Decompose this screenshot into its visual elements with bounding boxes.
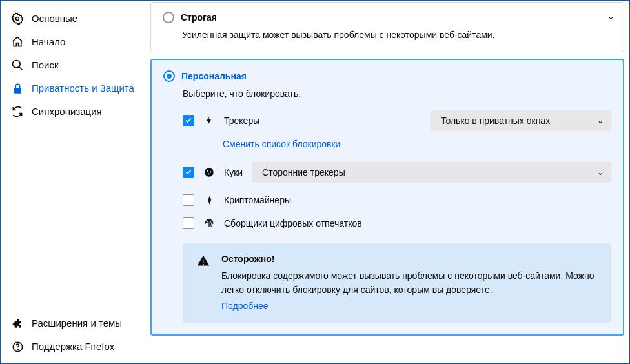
personal-title: Персональная	[181, 71, 247, 81]
sidebar-item-label: Расширения и темы	[32, 318, 122, 329]
sidebar: Основные Начало Поиск Приватность и Защи…	[1, 1, 150, 363]
cookie-icon	[203, 167, 215, 178]
sidebar-item-label: Начало	[32, 36, 65, 48]
crypto-checkbox[interactable]	[183, 194, 194, 206]
strict-radio[interactable]	[163, 12, 174, 23]
cookies-select-value: Сторонние трекеры	[262, 167, 345, 177]
fingerprint-row: Сборщики цифровых отпечатков	[183, 217, 611, 229]
warning-icon	[197, 254, 210, 267]
personal-subtitle: Выберите, что блокировать.	[183, 88, 611, 99]
main-content: Строгая ⌄ Усиленная защита может вызыват…	[150, 1, 629, 363]
home-icon	[11, 35, 24, 48]
crypto-row: Криптомайнеры	[183, 194, 611, 206]
svg-point-3	[17, 349, 17, 349]
trackers-icon	[203, 115, 215, 126]
sidebar-item-support[interactable]: Поддержка Firefox	[1, 335, 150, 358]
change-blocklist-link[interactable]: Сменить список блокировки	[223, 139, 340, 149]
svg-point-7	[208, 173, 209, 174]
warning-learn-more-link[interactable]: Подробнее	[221, 301, 269, 311]
cookies-checkbox[interactable]	[183, 167, 194, 178]
sync-icon	[11, 105, 24, 118]
strict-description: Усиленная защита может вызывать проблемы…	[182, 30, 598, 40]
personal-card: Персональная Выберите, что блокировать. …	[150, 59, 624, 336]
fingerprint-checkbox[interactable]	[183, 217, 194, 229]
lock-icon	[11, 82, 24, 95]
sidebar-item-privacy[interactable]: Приватность и Защита	[1, 77, 150, 100]
warning-text: Блокировка содержимого может вызывать пр…	[221, 269, 597, 297]
sidebar-item-general[interactable]: Основные	[1, 7, 150, 30]
sidebar-item-home[interactable]: Начало	[1, 30, 150, 54]
trackers-checkbox[interactable]	[183, 115, 194, 126]
search-icon	[11, 59, 24, 72]
trackers-select-value: Только в приватных окнах	[441, 116, 550, 126]
warning-title: Осторожно!	[221, 254, 597, 264]
sidebar-item-label: Поиск	[32, 59, 59, 71]
sidebar-item-extensions[interactable]: Расширения и темы	[1, 312, 150, 335]
crypto-icon	[203, 194, 215, 206]
sidebar-item-label: Поддержка Firefox	[32, 341, 114, 352]
help-icon	[11, 340, 24, 353]
trackers-row: Трекеры Только в приватных окнах ⌄	[183, 110, 611, 131]
fingerprint-icon	[203, 217, 215, 229]
cookies-row: Куки Сторонние трекеры ⌄	[183, 162, 611, 183]
strict-title: Строгая	[181, 12, 217, 23]
cookies-label: Куки	[224, 167, 243, 177]
personal-radio[interactable]	[163, 70, 175, 82]
gear-icon	[11, 12, 24, 25]
svg-point-1	[13, 61, 21, 68]
fingerprint-label: Сборщики цифровых отпечатков	[224, 218, 362, 228]
sidebar-item-label: Синхронизация	[32, 106, 102, 117]
puzzle-icon	[11, 317, 24, 330]
sidebar-item-label: Приватность и Защита	[32, 83, 134, 94]
sidebar-item-search[interactable]: Поиск	[1, 54, 150, 77]
strict-card[interactable]: Строгая ⌄ Усиленная защита может вызыват…	[150, 2, 624, 52]
chevron-down-icon: ⌄	[597, 168, 604, 177]
crypto-label: Криптомайнеры	[224, 195, 291, 205]
svg-point-4	[205, 168, 214, 177]
svg-point-5	[207, 170, 208, 172]
sidebar-item-label: Основные	[32, 13, 77, 25]
warning-box: Осторожно! Блокировка содержимого может …	[183, 243, 611, 323]
svg-point-0	[16, 17, 19, 21]
chevron-down-icon[interactable]: ⌄	[607, 12, 615, 21]
sidebar-item-sync[interactable]: Синхронизация	[1, 100, 150, 123]
cookies-select[interactable]: Сторонние трекеры ⌄	[252, 162, 611, 183]
trackers-label: Трекеры	[224, 116, 259, 126]
trackers-select[interactable]: Только в приватных окнах ⌄	[431, 110, 611, 131]
svg-point-6	[210, 171, 211, 172]
chevron-down-icon: ⌄	[597, 116, 604, 125]
